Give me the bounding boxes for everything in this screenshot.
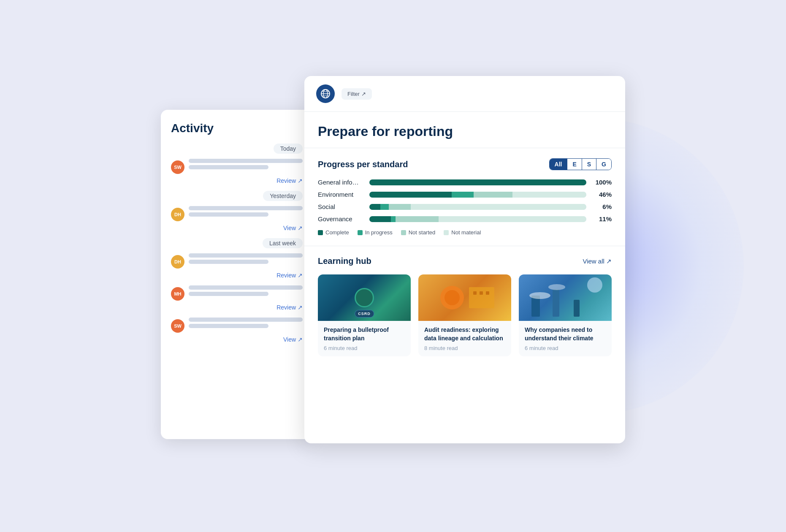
learning-card-1[interactable]: CSRD Preparing a bulletproof transition …	[318, 274, 411, 356]
seg-inprogress	[380, 204, 389, 210]
seg-complete	[369, 179, 586, 185]
main-panel: Filter ↗ Prepare for reporting Progress …	[304, 76, 625, 443]
legend-label-inprogress: In progress	[365, 229, 393, 236]
avatar: DH	[171, 208, 184, 221]
card-image-2	[418, 274, 511, 321]
csrd-badge: CSRD	[355, 310, 374, 318]
main-header: Filter ↗	[304, 76, 625, 112]
line-block	[189, 260, 268, 264]
activity-lines	[189, 206, 303, 217]
seg-notmaterial	[439, 216, 586, 222]
svg-point-7	[444, 290, 460, 305]
filter-pills: All E S G	[549, 158, 612, 170]
learning-card-2[interactable]: Audit readiness: exploring data lineage …	[418, 274, 511, 356]
activity-item: MH	[171, 285, 303, 301]
seg-notstarted	[389, 204, 410, 210]
activity-lines	[189, 318, 303, 328]
progress-label: General info…	[318, 179, 364, 186]
avatar: DH	[171, 255, 184, 269]
card-image-1: CSRD	[318, 274, 411, 321]
line-block	[189, 324, 268, 328]
learning-header: Learning hub View all ↗	[318, 256, 612, 266]
view-link-lastweek-3[interactable]: View ↗	[171, 336, 303, 343]
svg-rect-11	[486, 291, 489, 295]
progress-bar	[369, 216, 586, 222]
line-block	[189, 159, 303, 163]
view-link-yesterday[interactable]: View ↗	[171, 225, 303, 231]
progress-row: Social 6%	[318, 203, 612, 210]
activity-lines	[189, 253, 303, 264]
line-block	[189, 206, 303, 210]
legend-item-complete: Complete	[318, 229, 349, 236]
activity-lastweek-section: Last week DH Review ↗ MH Review ↗ SW	[171, 238, 303, 343]
logo-icon	[316, 84, 335, 103]
seg-inprogress	[391, 216, 395, 222]
activity-panel: Activity Today SW Review ↗ Yesterday DH	[161, 110, 313, 439]
svg-rect-5	[418, 274, 511, 321]
svg-rect-14	[553, 289, 559, 317]
activity-lines	[189, 285, 303, 296]
card-title-3: Why companies need to understand their c…	[525, 326, 606, 342]
line-block	[189, 285, 303, 290]
cards-row: CSRD Preparing a bulletproof transition …	[318, 274, 612, 356]
legend-item-notmaterial: Not material	[444, 229, 481, 236]
progress-bar	[369, 192, 586, 198]
seg-notmaterial	[512, 192, 586, 198]
card-title-1: Preparing a bulletproof transition plan	[324, 326, 405, 342]
svg-rect-15	[574, 300, 580, 317]
progress-pct: 100%	[591, 179, 612, 186]
progress-row: Governance 11%	[318, 215, 612, 223]
card-body-1: Preparing a bulletproof transition plan …	[318, 321, 411, 356]
card-meta-1: 6 minute read	[324, 345, 405, 351]
svg-rect-10	[480, 291, 483, 295]
filter-pill-s[interactable]: S	[582, 159, 596, 170]
legend-dot-complete	[318, 230, 323, 235]
seg-inprogress	[452, 192, 473, 198]
line-block	[189, 253, 303, 258]
legend-label-notstarted: Not started	[409, 229, 436, 236]
avatar: SW	[171, 319, 184, 333]
avatar: SW	[171, 160, 184, 174]
legend-dot-notstarted	[401, 230, 406, 235]
view-all-link[interactable]: View all ↗	[583, 258, 612, 265]
progress-bar	[369, 204, 586, 210]
svg-rect-8	[469, 287, 494, 308]
avatar: MH	[171, 287, 184, 301]
activity-lines	[189, 159, 303, 169]
review-link-lastweek-1[interactable]: Review ↗	[171, 272, 303, 279]
line-block	[189, 212, 268, 217]
filter-pill-e[interactable]: E	[567, 159, 582, 170]
learning-title: Learning hub	[318, 256, 371, 266]
learning-card-3[interactable]: Why companies need to understand their c…	[519, 274, 612, 356]
legend-label-notmaterial: Not material	[451, 229, 481, 236]
review-link-today[interactable]: Review ↗	[171, 177, 303, 184]
svg-point-16	[587, 277, 602, 293]
card-meta-2: 8 minute read	[424, 345, 505, 351]
progress-row: Environment 46%	[318, 191, 612, 198]
progress-title: Progress per standard	[318, 160, 408, 169]
legend-label-complete: Complete	[325, 229, 349, 236]
progress-section: Progress per standard All E S G General …	[304, 148, 625, 246]
card-body-2: Audit readiness: exploring data lineage …	[418, 321, 511, 356]
page-title: Prepare for reporting	[318, 124, 612, 139]
legend-item-notstarted: Not started	[401, 229, 436, 236]
progress-pct: 46%	[591, 191, 612, 198]
seg-notmaterial	[411, 204, 586, 210]
review-link-lastweek-2[interactable]: Review ↗	[171, 304, 303, 311]
filter-button[interactable]: Filter ↗	[342, 88, 372, 100]
line-block	[189, 292, 268, 296]
progress-bar	[369, 179, 586, 185]
progress-section-header: Progress per standard All E S G	[318, 158, 612, 170]
card-body-3: Why companies need to understand their c…	[519, 321, 612, 356]
filter-pill-all[interactable]: All	[550, 159, 568, 170]
filter-pill-g[interactable]: G	[596, 159, 611, 170]
card-image-3	[519, 274, 612, 321]
time-badge-lastweek: Last week	[263, 238, 303, 248]
activity-item: DH	[171, 253, 303, 269]
time-badge-today: Today	[274, 144, 303, 154]
activity-title: Activity	[171, 122, 303, 135]
activity-item: SW	[171, 159, 303, 174]
progress-pct: 6%	[591, 203, 612, 210]
progress-row: General info… 100%	[318, 179, 612, 186]
legend-dot-notmaterial	[444, 230, 449, 235]
